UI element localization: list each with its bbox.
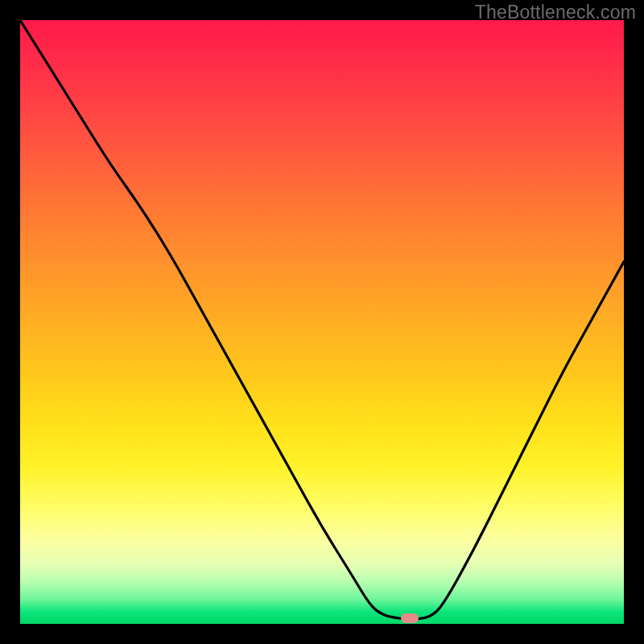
- plot-area: [20, 20, 624, 624]
- curve-path: [20, 20, 624, 619]
- bottleneck-curve: [20, 20, 624, 624]
- watermark-text: TheBottleneck.com: [475, 2, 636, 23]
- chart-container: TheBottleneck.com: [0, 0, 644, 644]
- optimal-point-marker: [401, 613, 419, 623]
